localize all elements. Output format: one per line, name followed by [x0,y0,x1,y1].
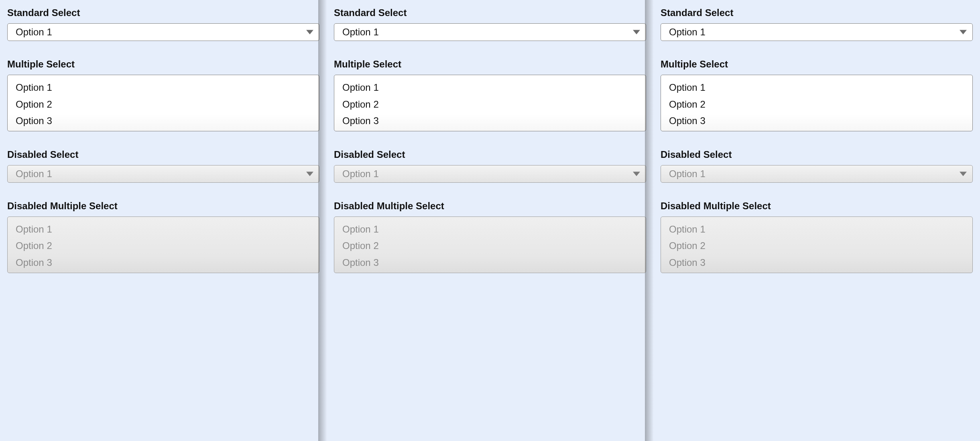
chevron-down-icon [633,30,640,35]
disabled-select-label: Disabled Select [661,149,973,160]
chevron-down-icon [306,30,313,35]
multiple-select-label: Multiple Select [334,59,646,70]
standard-select-label: Standard Select [661,7,973,18]
multiple-select-option-3[interactable]: Option 3 [334,112,646,129]
disabled-select: Option 1 [661,165,973,183]
multiple-select-label: Multiple Select [661,59,973,70]
disabled-select-value: Option 1 [342,168,379,180]
disabled-multiple-select-label: Disabled Multiple Select [661,200,973,212]
standard-select[interactable]: Option 1 [7,23,319,41]
disabled-multiple-select-option-3: Option 3 [8,254,319,271]
disabled-multiple-select-option-3: Option 3 [334,254,646,271]
standard-select-group: Standard Select Option 1 [334,7,646,41]
standard-select-value: Option 1 [669,27,706,38]
standard-select-group: Standard Select Option 1 [661,7,973,41]
standard-select-group: Standard Select Option 1 [7,7,319,41]
disabled-select: Option 1 [7,165,319,183]
disabled-select: Option 1 [334,165,646,183]
disabled-select-label: Disabled Select [334,149,646,160]
standard-select[interactable]: Option 1 [334,23,646,41]
multiple-select-group: Multiple Select Option 1 Option 2 Option… [7,59,319,131]
disabled-multiple-select-option-1: Option 1 [661,221,972,238]
disabled-multiple-select: Option 1 Option 2 Option 3 [334,216,646,273]
chevron-down-icon [306,172,313,176]
columns-container: Standard Select Option 1 Multiple Select… [0,0,980,441]
disabled-select-group: Disabled Select Option 1 [661,149,973,183]
disabled-multiple-select-option-1: Option 1 [8,221,319,238]
standard-select-value: Option 1 [16,27,52,38]
column-1: Standard Select Option 1 Multiple Select… [0,0,327,441]
multiple-select-label: Multiple Select [7,59,319,70]
disabled-multiple-select-label: Disabled Multiple Select [334,200,646,212]
multiple-select[interactable]: Option 1 Option 2 Option 3 [661,75,973,131]
standard-select-label: Standard Select [7,7,319,18]
disabled-multiple-select-label: Disabled Multiple Select [7,200,319,212]
multiple-select-group: Multiple Select Option 1 Option 2 Option… [661,59,973,131]
disabled-multiple-select-group: Disabled Multiple Select Option 1 Option… [661,200,973,273]
multiple-select-option-1[interactable]: Option 1 [8,79,319,96]
disabled-multiple-select-group: Disabled Multiple Select Option 1 Option… [334,200,646,273]
chevron-down-icon [960,30,967,35]
multiple-select-option-1[interactable]: Option 1 [661,79,972,96]
disabled-select-group: Disabled Select Option 1 [334,149,646,183]
disabled-multiple-select: Option 1 Option 2 Option 3 [661,216,973,273]
disabled-multiple-select-option-2: Option 2 [334,237,646,254]
disabled-multiple-select-group: Disabled Multiple Select Option 1 Option… [7,200,319,273]
disabled-multiple-select: Option 1 Option 2 Option 3 [7,216,319,273]
disabled-select-label: Disabled Select [7,149,319,160]
multiple-select[interactable]: Option 1 Option 2 Option 3 [334,75,646,131]
multiple-select-option-3[interactable]: Option 3 [8,112,319,129]
disabled-multiple-select-option-2: Option 2 [8,237,319,254]
chevron-down-icon [633,172,640,176]
multiple-select-option-3[interactable]: Option 3 [661,112,972,129]
column-3: Standard Select Option 1 Multiple Select… [653,0,980,441]
multiple-select[interactable]: Option 1 Option 2 Option 3 [7,75,319,131]
standard-select-value: Option 1 [342,27,379,38]
disabled-select-value: Option 1 [669,168,706,180]
standard-select[interactable]: Option 1 [661,23,973,41]
column-2: Standard Select Option 1 Multiple Select… [327,0,653,441]
multiple-select-option-2[interactable]: Option 2 [334,96,646,113]
disabled-select-value: Option 1 [16,168,52,180]
disabled-multiple-select-option-1: Option 1 [334,221,646,238]
disabled-multiple-select-option-2: Option 2 [661,237,972,254]
standard-select-label: Standard Select [334,7,646,18]
multiple-select-group: Multiple Select Option 1 Option 2 Option… [334,59,646,131]
multiple-select-option-2[interactable]: Option 2 [661,96,972,113]
disabled-select-group: Disabled Select Option 1 [7,149,319,183]
disabled-multiple-select-option-3: Option 3 [661,254,972,271]
multiple-select-option-2[interactable]: Option 2 [8,96,319,113]
chevron-down-icon [960,172,967,176]
multiple-select-option-1[interactable]: Option 1 [334,79,646,96]
